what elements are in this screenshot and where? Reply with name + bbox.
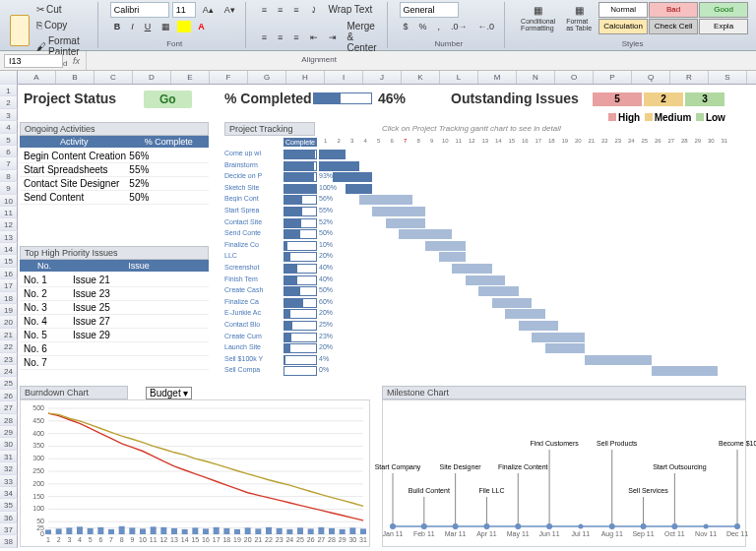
column-header[interactable]: P xyxy=(594,71,632,84)
task-name[interactable]: Sell Compa xyxy=(224,366,282,373)
style-good[interactable]: Good xyxy=(699,2,748,18)
row-header[interactable]: 15 xyxy=(0,255,18,267)
task-name[interactable]: Launch Site xyxy=(224,343,282,350)
gantt-bar[interactable] xyxy=(532,333,585,342)
row-header[interactable]: 23 xyxy=(0,353,18,365)
gantt-bar[interactable] xyxy=(319,150,346,159)
number-format-select[interactable] xyxy=(400,2,459,18)
worksheet[interactable]: Project Status Go % Completed 46% Outsta… xyxy=(18,85,756,551)
gantt-bar[interactable] xyxy=(439,252,466,262)
burndown-dropdown[interactable]: Budget ▾ xyxy=(146,387,192,399)
row-header[interactable]: 25 xyxy=(0,377,18,389)
row-header[interactable]: 11 xyxy=(0,207,18,218)
align-bot-icon[interactable]: ≡ xyxy=(289,3,302,17)
task-name[interactable]: Send Conte xyxy=(224,229,282,236)
column-header[interactable]: C xyxy=(94,71,133,84)
gantt-bar[interactable] xyxy=(466,276,506,285)
align-right-icon[interactable]: ≡ xyxy=(289,31,302,44)
column-header[interactable]: L xyxy=(440,71,478,84)
fx-icon[interactable]: fx xyxy=(73,56,80,66)
row-header[interactable]: 4 xyxy=(0,121,18,133)
column-header[interactable]: J xyxy=(363,71,402,84)
row-header[interactable]: 28 xyxy=(0,414,18,426)
row-header[interactable]: 18 xyxy=(0,292,18,304)
row-header[interactable]: 36 xyxy=(0,512,18,523)
column-header[interactable]: R xyxy=(670,71,709,84)
column-header[interactable]: O xyxy=(555,71,594,84)
font-size-select[interactable] xyxy=(172,2,196,18)
row-header[interactable]: 6 xyxy=(0,146,18,157)
gantt-bar[interactable] xyxy=(519,321,559,331)
gantt-bar[interactable] xyxy=(346,184,372,194)
task-name[interactable]: Finalize Co xyxy=(224,241,282,248)
formula-input[interactable] xyxy=(86,51,756,70)
row-header[interactable]: 3 xyxy=(0,109,18,121)
gantt-bar[interactable] xyxy=(319,161,359,171)
row-header[interactable]: 24 xyxy=(0,365,18,377)
currency-icon[interactable]: $ xyxy=(400,20,412,33)
row-header[interactable]: 10 xyxy=(0,195,18,207)
paste-button[interactable] xyxy=(10,15,30,46)
decrease-font-icon[interactable]: A▾ xyxy=(220,3,239,17)
task-name[interactable]: Contact Site xyxy=(224,218,282,225)
gantt-bar[interactable] xyxy=(478,286,519,296)
gantt-bar[interactable] xyxy=(585,355,652,365)
row-header[interactable]: 26 xyxy=(0,390,18,401)
column-header[interactable]: I xyxy=(325,71,363,84)
task-name[interactable]: Finish Tem xyxy=(224,276,282,282)
merge-center-button[interactable]: Merge & Center xyxy=(344,19,381,55)
task-name[interactable]: Sell $100k Y xyxy=(224,355,282,362)
inc-decimal-icon[interactable]: .0→ xyxy=(447,20,472,33)
column-header[interactable]: B xyxy=(56,71,94,84)
burndown-chart[interactable]: 02550100150200250300350400450500 1234567… xyxy=(20,399,370,547)
row-header[interactable]: 21 xyxy=(0,329,18,340)
row-header[interactable]: 14 xyxy=(0,243,18,255)
border-button[interactable]: ▦ xyxy=(158,20,174,33)
cut-button[interactable]: ✂Cut xyxy=(32,2,92,17)
align-mid-icon[interactable]: ≡ xyxy=(274,3,286,17)
gantt-bar[interactable] xyxy=(452,264,492,274)
row-header[interactable]: 22 xyxy=(0,340,18,352)
bold-button[interactable]: B xyxy=(110,20,125,33)
gantt-bar[interactable] xyxy=(333,172,373,182)
gantt-bar[interactable] xyxy=(386,218,426,228)
format-as-table-button[interactable]: ▦Format as Table xyxy=(562,3,596,33)
row-header[interactable]: 32 xyxy=(0,462,18,474)
gantt-bar[interactable] xyxy=(505,309,545,319)
task-name[interactable]: E-Junkie Ac xyxy=(224,309,282,316)
wrap-text-button[interactable]: Wrap Text xyxy=(325,2,377,17)
task-name[interactable]: Screenshot xyxy=(224,264,282,271)
select-all-corner[interactable] xyxy=(0,71,18,85)
style-bad[interactable]: Bad xyxy=(649,2,698,18)
align-left-icon[interactable]: ≡ xyxy=(258,31,271,44)
row-header[interactable]: 17 xyxy=(0,279,18,291)
task-name[interactable]: Begin Cont xyxy=(224,195,282,202)
dec-decimal-icon[interactable]: ←.0 xyxy=(474,20,499,33)
font-family-select[interactable] xyxy=(110,2,169,18)
column-header[interactable]: M xyxy=(478,71,517,84)
row-header[interactable]: 1 xyxy=(0,85,18,96)
increase-font-icon[interactable]: A▴ xyxy=(199,3,218,17)
fill-color-button[interactable] xyxy=(177,21,191,32)
row-header[interactable]: 8 xyxy=(0,170,18,182)
column-header[interactable]: H xyxy=(286,71,325,84)
row-header[interactable]: 35 xyxy=(0,499,18,511)
style-calculation[interactable]: Calculation xyxy=(598,19,648,34)
gantt-bar[interactable] xyxy=(652,366,719,376)
task-name[interactable]: Contact Blo xyxy=(224,321,282,328)
gantt-bar[interactable] xyxy=(545,343,586,353)
gantt-bar[interactable] xyxy=(372,207,425,216)
milestone-chart[interactable]: Start CompanyBuild ContentSite DesignerF… xyxy=(382,399,746,547)
task-name[interactable]: Brainstorm xyxy=(224,161,282,168)
orientation-icon[interactable]: ⤸ xyxy=(306,3,322,17)
style-explanatory[interactable]: Expla xyxy=(699,19,748,34)
percent-icon[interactable]: % xyxy=(415,20,431,33)
column-header[interactable]: G xyxy=(248,71,286,84)
underline-button[interactable]: U xyxy=(141,20,156,33)
row-header[interactable]: 34 xyxy=(0,487,18,499)
column-header[interactable]: K xyxy=(402,71,440,84)
row-header[interactable]: 20 xyxy=(0,316,18,328)
column-header[interactable]: Q xyxy=(632,71,670,84)
task-name[interactable]: Come up wi xyxy=(224,150,282,156)
row-header[interactable]: 16 xyxy=(0,268,18,279)
